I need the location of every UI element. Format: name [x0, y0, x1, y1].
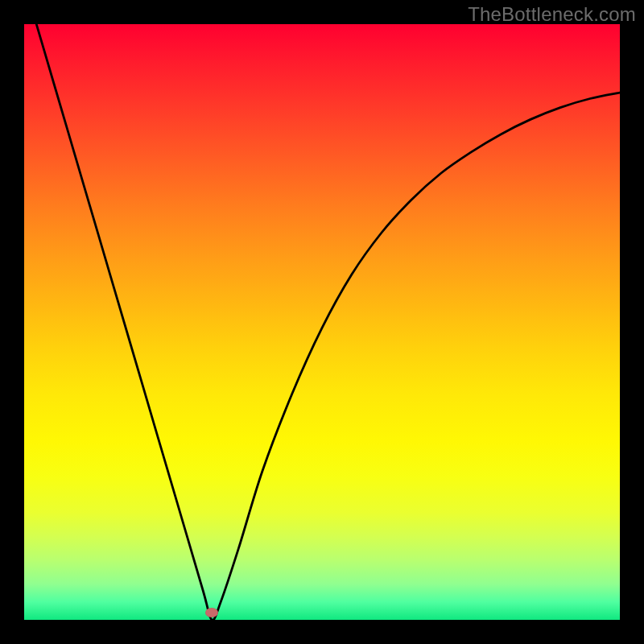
curve-svg: [24, 24, 620, 620]
chart-frame: TheBottleneck.com: [0, 0, 644, 644]
plot-area: [24, 24, 620, 620]
watermark-text: TheBottleneck.com: [468, 3, 636, 26]
curve-path: [24, 24, 620, 620]
min-marker: [205, 608, 218, 617]
